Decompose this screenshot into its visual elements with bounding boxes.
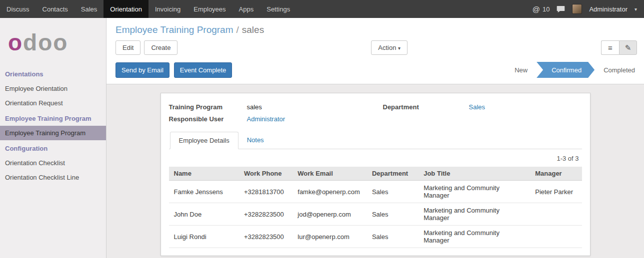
nav-item-employees[interactable]: Employees	[187, 0, 232, 18]
cell-name: Luigi Rondi	[169, 226, 239, 248]
mention-count: 10	[542, 5, 550, 13]
mention-counter[interactable]: @ 10	[532, 5, 550, 13]
tab-notes[interactable]: Notes	[238, 132, 272, 149]
column-header-work-phone[interactable]: Work Phone	[239, 167, 292, 181]
edit-button[interactable]: Edit	[116, 40, 140, 55]
column-header-name[interactable]: Name	[169, 167, 239, 181]
table-header-row: NameWork PhoneWork EmailDepartmentJob Ti…	[169, 167, 582, 181]
cell-name: John Doe	[169, 203, 239, 226]
column-header-department[interactable]: Department	[367, 167, 418, 181]
control-panel: Edit Create Action ▾ ≡ ✎	[106, 38, 644, 60]
state-confirmed[interactable]: Confirmed	[536, 62, 594, 78]
field-value-department-link[interactable]: Sales	[469, 103, 582, 111]
cell-job-title: Marketing and Community Manager	[418, 226, 530, 248]
main-area: Employee Training Program/sales Edit Cre…	[106, 18, 644, 258]
cell-department: Sales	[367, 226, 418, 248]
sidebar: odoo OrientationsEmployee OrientationOri…	[0, 18, 106, 258]
cell-work-phone: +3281813700	[239, 181, 292, 203]
field-value-responsible-user-link[interactable]: Administrator	[247, 115, 381, 123]
employee-table: NameWork PhoneWork EmailDepartmentJob Ti…	[169, 167, 582, 248]
tab-employee-details[interactable]: Employee Details	[170, 132, 238, 149]
statusbar: Send by EmailEvent Complete NewConfirmed…	[106, 60, 644, 84]
cell-manager	[530, 226, 582, 248]
column-header-job-title[interactable]: Job Title	[418, 167, 530, 181]
table-row[interactable]: Luigi Rondi+3282823500lur@openerp.comSal…	[169, 226, 582, 248]
field-label-department: Department	[383, 103, 467, 111]
column-header-work-email[interactable]: Work Email	[292, 167, 367, 181]
sidebar-item-employee-training-program[interactable]: Employee Training Program	[0, 126, 106, 140]
record-pager[interactable]: 1-3 of 3	[169, 149, 582, 167]
mention-icon: @	[532, 5, 540, 13]
form-view-button[interactable]: ✎	[619, 40, 637, 55]
nav-item-contacts[interactable]: Contacts	[36, 0, 74, 18]
nav-item-orientation[interactable]: Orientation	[104, 0, 148, 18]
statusbar-buttons: Send by EmailEvent Complete	[116, 62, 236, 78]
cell-department: Sales	[367, 181, 418, 203]
notebook-tabs: Employee DetailsNotes	[169, 132, 582, 149]
form-sheet: Training Program sales Department Sales …	[160, 93, 590, 256]
nav-item-apps[interactable]: Apps	[232, 0, 260, 18]
top-navbar: DiscussContactsSalesOrientationInvoicing…	[0, 0, 644, 18]
breadcrumb-current: sales	[242, 24, 264, 35]
breadcrumb: Employee Training Program/sales	[106, 18, 644, 38]
cell-work-phone: +3282823500	[239, 226, 292, 248]
sidebar-section-employee-training-program[interactable]: Employee Training Program	[0, 110, 106, 126]
action-dropdown-button[interactable]: Action ▾	[371, 40, 408, 55]
cell-job-title: Marketing and Community Manager	[418, 203, 530, 226]
cell-name: Famke Jenssens	[169, 181, 239, 203]
state-new[interactable]: New	[506, 62, 536, 78]
event-complete-button[interactable]: Event Complete	[174, 62, 232, 78]
sidebar-item-orientation-request[interactable]: Orientation Request	[0, 96, 106, 110]
table-body: Famke Jenssens+3281813700famke@openerp.c…	[169, 181, 582, 248]
create-button[interactable]: Create	[144, 40, 178, 55]
breadcrumb-separator: /	[236, 24, 239, 35]
sidebar-section-orientations[interactable]: Orientations	[0, 66, 106, 81]
sidebar-menu: OrientationsEmployee OrientationOrientat…	[0, 66, 106, 185]
nav-item-sales[interactable]: Sales	[74, 0, 104, 18]
send-by-email-button[interactable]: Send by Email	[116, 62, 170, 78]
nav-item-settings[interactable]: Settings	[260, 0, 296, 18]
logo-first-letter: o	[8, 29, 23, 55]
messages-icon[interactable]	[556, 5, 565, 13]
cell-work-email: jod@openerp.com	[292, 203, 367, 226]
cell-work-phone: +3282823500	[239, 203, 292, 226]
cell-work-email: lur@openerp.com	[292, 226, 367, 248]
user-menu[interactable]: Administrator	[589, 5, 628, 13]
nav-item-discuss[interactable]: Discuss	[0, 0, 36, 18]
sidebar-item-employee-orientation[interactable]: Employee Orientation	[0, 81, 106, 96]
column-header-manager[interactable]: Manager	[530, 167, 582, 181]
sidebar-item-orientation-checklist-line[interactable]: Orientation Checklist Line	[0, 170, 106, 185]
sidebar-section-configuration[interactable]: Configuration	[0, 140, 106, 156]
user-avatar[interactable]	[572, 4, 582, 14]
table-row[interactable]: John Doe+3282823500jod@openerp.comSalesM…	[169, 203, 582, 226]
top-menu: DiscussContactsSalesOrientationInvoicing…	[0, 0, 296, 18]
table-row[interactable]: Famke Jenssens+3281813700famke@openerp.c…	[169, 181, 582, 203]
list-view-button[interactable]: ≡	[601, 40, 619, 55]
form-background: Training Program sales Department Sales …	[106, 84, 644, 258]
action-caret-icon: ▾	[398, 45, 400, 51]
form-fields: Training Program sales Department Sales …	[169, 103, 582, 123]
topbar-right: @ 10 Administrator ▾	[532, 0, 644, 18]
statusbar-states: NewConfirmedCompleted	[506, 62, 644, 78]
view-switcher: ≡ ✎	[601, 40, 637, 55]
user-menu-caret-icon: ▾	[634, 6, 637, 12]
field-label-responsible-user: Responsible User	[169, 115, 245, 123]
cell-job-title: Marketing and Community Manager	[418, 181, 530, 203]
logo-rest: doo	[23, 29, 68, 55]
nav-item-invoicing[interactable]: Invoicing	[148, 0, 187, 18]
sidebar-item-orientation-checklist[interactable]: Orientation Checklist	[0, 156, 106, 170]
state-completed[interactable]: Completed	[594, 62, 644, 78]
form-view-icon: ✎	[625, 43, 632, 52]
breadcrumb-parent-link[interactable]: Employee Training Program	[116, 24, 234, 35]
action-label: Action	[378, 44, 396, 51]
field-value-training-program: sales	[247, 103, 381, 111]
cell-manager: Pieter Parker	[530, 181, 582, 203]
list-view-icon: ≡	[608, 43, 612, 52]
cell-work-email: famke@openerp.com	[292, 181, 367, 203]
cell-manager	[530, 203, 582, 226]
field-label-training-program: Training Program	[169, 103, 245, 111]
odoo-logo[interactable]: odoo	[0, 18, 106, 66]
cell-department: Sales	[367, 203, 418, 226]
